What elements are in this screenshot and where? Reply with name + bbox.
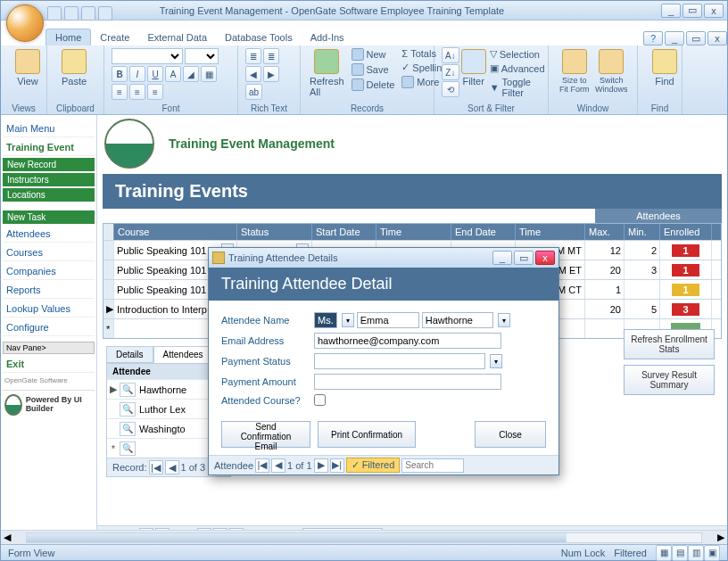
last-name-input[interactable] (422, 312, 493, 328)
decrease-indent-button[interactable]: ◀ (245, 66, 261, 82)
doc-close-button[interactable]: x (707, 31, 727, 45)
modal-prev-button[interactable]: ◀ (271, 458, 285, 473)
refresh-enrollment-button[interactable]: Refresh Enrollment Stats (624, 329, 715, 359)
font-size-select[interactable] (185, 48, 219, 64)
align-left-button[interactable]: ≡ (112, 84, 128, 100)
fill-color-button[interactable]: ◢ (183, 66, 199, 82)
numbering-button[interactable]: ≣ (263, 48, 279, 64)
col-status[interactable]: Status (237, 224, 312, 240)
clear-sort-button[interactable]: ⟲ (442, 81, 459, 97)
survey-result-button[interactable]: Survey Result Summary (624, 365, 715, 395)
payment-status-input[interactable] (314, 353, 485, 369)
close-button[interactable]: x (704, 4, 724, 18)
modal-maximize-button[interactable]: ▭ (514, 251, 534, 265)
payment-amount-input[interactable] (314, 374, 501, 390)
prefix-dropdown-icon[interactable]: ▾ (342, 313, 354, 327)
magnify-icon[interactable]: 🔍 (120, 422, 136, 436)
view-button[interactable]: View (8, 47, 47, 88)
send-confirmation-button[interactable]: Send Confirmation Email (221, 421, 310, 448)
qat-item[interactable] (64, 6, 79, 21)
modal-minimize-button[interactable]: _ (492, 251, 512, 265)
tab-add-ins[interactable]: Add-Ins (302, 29, 353, 45)
modal-close-btn[interactable]: Close (475, 421, 546, 448)
view-mode-icon[interactable]: ▣ (704, 545, 720, 561)
payment-status-dropdown-icon[interactable]: ▾ (490, 354, 502, 368)
sort-desc-button[interactable]: Z↓ (442, 64, 459, 80)
modal-titlebar[interactable]: Training Attendee Details _ ▭ x (209, 248, 558, 268)
email-input[interactable] (314, 333, 501, 349)
modal-filtered-indicator[interactable]: ✓ Filtered (346, 458, 401, 473)
sidebar-reports[interactable]: Reports (3, 282, 95, 299)
bold-button[interactable]: B (112, 66, 128, 82)
magnify-icon[interactable]: 🔍 (120, 383, 136, 397)
tab-attendees[interactable]: Attendees (153, 346, 213, 363)
sidebar-training-event[interactable]: Training Event (3, 139, 95, 156)
sidebar-locations[interactable]: Locations (3, 188, 95, 202)
font-select[interactable] (112, 48, 183, 64)
col-time[interactable]: Time (376, 224, 451, 240)
toggle-filter-button[interactable]: ▼Toggle Filter (488, 76, 547, 99)
tab-home[interactable]: Home (46, 29, 91, 45)
sidebar-main-menu[interactable]: Main Menu (3, 120, 95, 137)
prefix-select[interactable]: Ms. (314, 312, 337, 328)
help-icon[interactable]: ? (643, 31, 663, 45)
find-button[interactable]: Find (645, 47, 684, 88)
switch-windows-button[interactable]: Switch Windows (593, 47, 631, 102)
sidebar-new-task[interactable]: New Task (3, 210, 95, 224)
sub-first-button[interactable]: |◀ (149, 460, 163, 474)
view-mode-icon[interactable]: ▦ (656, 545, 672, 561)
paste-button[interactable]: Paste (54, 47, 94, 88)
view-mode-icon[interactable]: ▥ (688, 545, 704, 561)
sub-prev-button[interactable]: ◀ (165, 460, 179, 474)
gridlines-button[interactable]: ▦ (201, 66, 217, 82)
size-to-fit-button[interactable]: Size to Fit Form (556, 47, 593, 102)
increase-indent-button[interactable]: ▶ (263, 66, 279, 82)
name-dropdown-icon[interactable]: ▾ (498, 313, 510, 327)
tab-external-data[interactable]: External Data (138, 29, 216, 45)
col-min[interactable]: Min. (625, 224, 660, 240)
underline-button[interactable]: U (147, 66, 163, 82)
qat-item[interactable] (81, 6, 95, 21)
sidebar-configure[interactable]: Configure (3, 319, 95, 336)
maximize-button[interactable]: ▭ (682, 4, 702, 18)
magnify-icon[interactable]: 🔍 (120, 441, 136, 456)
text-highlight-button[interactable]: ab (245, 84, 262, 100)
col-end-date[interactable]: End Date (451, 224, 516, 240)
save-button[interactable]: Save (350, 62, 397, 77)
col-enrolled[interactable]: Enrolled (660, 224, 712, 240)
magnify-icon[interactable]: 🔍 (120, 402, 136, 417)
modal-search-input[interactable] (401, 458, 464, 473)
col-start-date[interactable]: Start Date (312, 224, 376, 240)
sort-asc-button[interactable]: A↓ (442, 47, 459, 63)
sidebar-instructors[interactable]: Instructors (3, 173, 95, 186)
italic-button[interactable]: I (129, 66, 145, 82)
advanced-button[interactable]: ▣Advanced (488, 62, 547, 75)
first-name-input[interactable] (357, 312, 419, 328)
modal-last-button[interactable]: ▶| (330, 458, 344, 473)
tab-create[interactable]: Create (91, 29, 138, 45)
doc-minimize-button[interactable]: _ (665, 31, 684, 45)
doc-restore-button[interactable]: ▭ (686, 31, 706, 45)
tab-details[interactable]: Details (106, 346, 153, 363)
tab-database-tools[interactable]: Database Tools (216, 29, 302, 45)
filter-button[interactable]: Filter (459, 47, 488, 102)
col-course[interactable]: Course (114, 224, 237, 240)
sidebar-courses[interactable]: Courses (3, 244, 95, 261)
print-confirmation-button[interactable]: Print Confirmation (318, 421, 416, 448)
modal-next-button[interactable]: ▶ (314, 458, 328, 473)
office-orb[interactable] (6, 4, 44, 42)
attended-checkbox[interactable] (314, 394, 326, 406)
selection-button[interactable]: ▽Selection (488, 47, 547, 61)
col-time2[interactable]: Time (516, 224, 585, 240)
bullets-button[interactable]: ≣ (245, 48, 261, 64)
align-right-button[interactable]: ≡ (147, 84, 163, 100)
qat-item[interactable] (47, 6, 62, 21)
delete-button[interactable]: Delete (350, 78, 397, 92)
modal-first-button[interactable]: |◀ (255, 458, 269, 473)
col-max[interactable]: Max. (585, 224, 625, 240)
sidebar-lookup-values[interactable]: Lookup Values (3, 301, 95, 318)
sidebar-attendees[interactable]: Attendees (3, 226, 95, 243)
new-record-button[interactable]: New (350, 47, 397, 62)
font-color-button[interactable]: A (165, 66, 181, 82)
horizontal-scrollbar[interactable]: ◀▶ (1, 530, 727, 544)
